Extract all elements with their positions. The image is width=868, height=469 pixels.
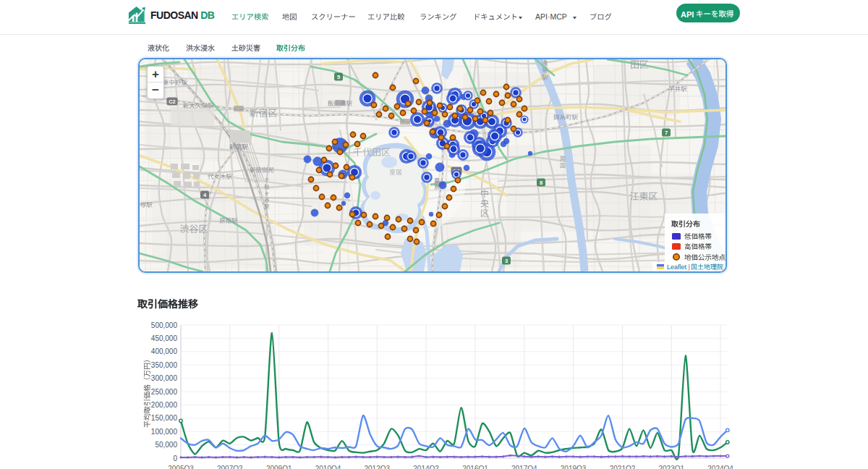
svg-text:2012Q3: 2012Q3 [365,465,391,469]
svg-text:300,000: 300,000 [151,374,178,382]
svg-text:C2: C2 [169,98,176,105]
svg-text:|: | [689,263,690,271]
svg-text:2017Q4: 2017Q4 [511,465,537,469]
svg-text:500,000: 500,000 [151,321,178,329]
svg-text:2021Q2: 2021Q2 [610,465,636,469]
svg-text:0: 0 [173,455,177,462]
svg-text:7: 7 [665,130,668,136]
svg-text:2005Q3: 2005Q3 [168,465,194,469]
svg-text:2019Q3: 2019Q3 [561,465,587,469]
svg-text:2010Q4: 2010Q4 [315,465,341,469]
svg-text:2024Q4: 2024Q4 [707,465,733,469]
svg-text:Leaflet: Leaflet [667,263,687,271]
svg-text:100,000: 100,000 [151,428,178,436]
svg-text:50,000: 50,000 [155,441,177,449]
svg-text:250,000: 250,000 [151,388,178,396]
svg-text:450,000: 450,000 [151,334,178,342]
svg-text:200,000: 200,000 [151,401,178,409]
svg-text:150,000: 150,000 [151,414,178,422]
svg-text:2023Q1: 2023Q1 [659,465,685,469]
svg-text:API: API [681,10,694,19]
svg-text:2007Q2: 2007Q2 [217,465,243,469]
svg-text:2014Q2: 2014Q2 [413,465,439,469]
svg-text:8: 8 [540,179,542,186]
svg-text:400,000: 400,000 [151,347,178,355]
svg-text:5: 5 [337,74,340,80]
svg-text:3: 3 [505,258,508,264]
svg-text:2009Q1: 2009Q1 [266,465,292,469]
svg-text:2016Q1: 2016Q1 [462,465,488,469]
svg-text:350,000: 350,000 [151,361,178,369]
